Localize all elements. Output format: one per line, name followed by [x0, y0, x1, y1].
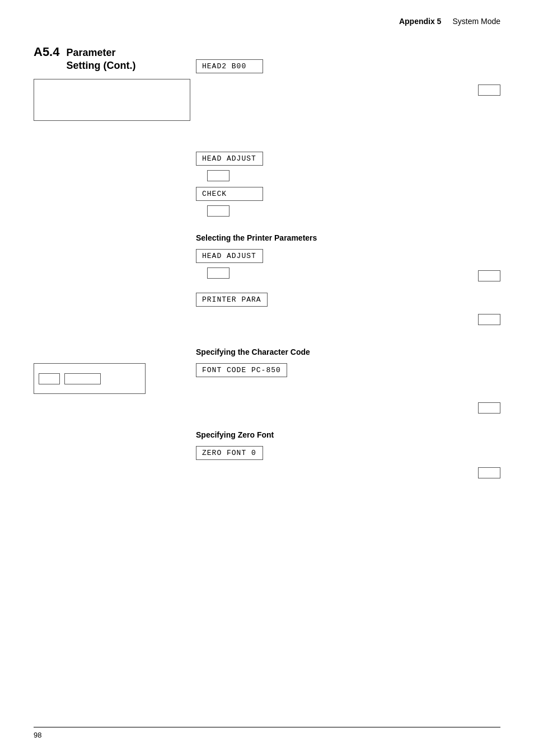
head-adjust-display-2: HEAD ADJUST	[196, 249, 263, 263]
zero-font-title: Specifying Zero Font	[196, 430, 500, 439]
head2-display: HEAD2 B00	[196, 59, 263, 73]
printer-para-area	[196, 311, 500, 331]
page-header: Appendix 5 System Mode	[34, 17, 500, 26]
head-adjust-row-2: HEAD ADJUST	[196, 249, 500, 263]
char-code-title: Specifying the Character Code	[196, 348, 500, 356]
main-content: HEAD2 B00 HEAD ADJUST CHECK	[196, 59, 500, 484]
char-code-area: FONT CODE PC-850	[196, 363, 500, 397]
check-display: CHECK	[196, 187, 263, 201]
small-box-1	[478, 84, 500, 96]
system-mode-label: System Mode	[452, 17, 500, 26]
page: Appendix 5 System Mode A5.4 Parameter Se…	[0, 0, 534, 756]
zero-font-right-area	[196, 464, 500, 484]
diagram-area-1	[196, 79, 500, 129]
check-sub-box	[207, 205, 500, 217]
section-number: A5.4	[34, 45, 59, 59]
small-box-right-4	[478, 467, 500, 478]
head-adjust-row-1: HEAD ADJUST	[196, 152, 500, 166]
block-head-adjust-check: HEAD ADJUST CHECK	[196, 152, 500, 217]
section-title: A5.4 Parameter Setting (Cont.)	[34, 45, 135, 73]
char-code-right-area	[196, 402, 500, 419]
block-char-code: Specifying the Character Code FONT CODE …	[196, 348, 500, 484]
diagram-box-1	[34, 79, 190, 121]
check-row: CHECK	[196, 187, 500, 201]
zero-font-display: ZERO FONT 0	[196, 446, 263, 460]
small-box-right-1	[478, 270, 500, 281]
char-code-diagram-box	[34, 363, 146, 394]
selecting-printer-title: Selecting the Printer Parameters	[196, 233, 500, 242]
head2-row: HEAD2 B00	[196, 59, 500, 73]
section-name-line2: Setting (Cont.)	[66, 59, 135, 72]
printer-para-row: PRINTER PARA	[196, 293, 500, 307]
block-zero-font: Specifying Zero Font ZERO FONT 0	[196, 430, 500, 484]
small-box-right-3	[478, 402, 500, 414]
page-footer: 98	[34, 727, 500, 739]
head-adjust-sub-box-1	[207, 170, 500, 181]
zero-font-row: ZERO FONT 0	[196, 446, 500, 460]
sub-indicator-2	[207, 205, 229, 217]
printer-para-display: PRINTER PARA	[196, 293, 268, 307]
sub-indicator-1	[207, 170, 229, 181]
head-adjust-display-1: HEAD ADJUST	[196, 152, 263, 166]
head-adjust-area-2	[196, 267, 500, 287]
font-code-display: FONT CODE PC-850	[196, 363, 287, 377]
section-name-line1: Parameter	[66, 46, 135, 59]
page-number: 98	[34, 731, 41, 739]
char-code-small-box-1	[39, 373, 60, 384]
block-selecting-printer: Selecting the Printer Parameters HEAD AD…	[196, 233, 500, 331]
sub-indicator-3	[207, 267, 229, 279]
appendix-label: Appendix 5	[399, 17, 441, 26]
block-head2: HEAD2 B00	[196, 59, 500, 129]
char-code-small-box-2	[64, 373, 101, 384]
small-box-right-2	[478, 314, 500, 325]
